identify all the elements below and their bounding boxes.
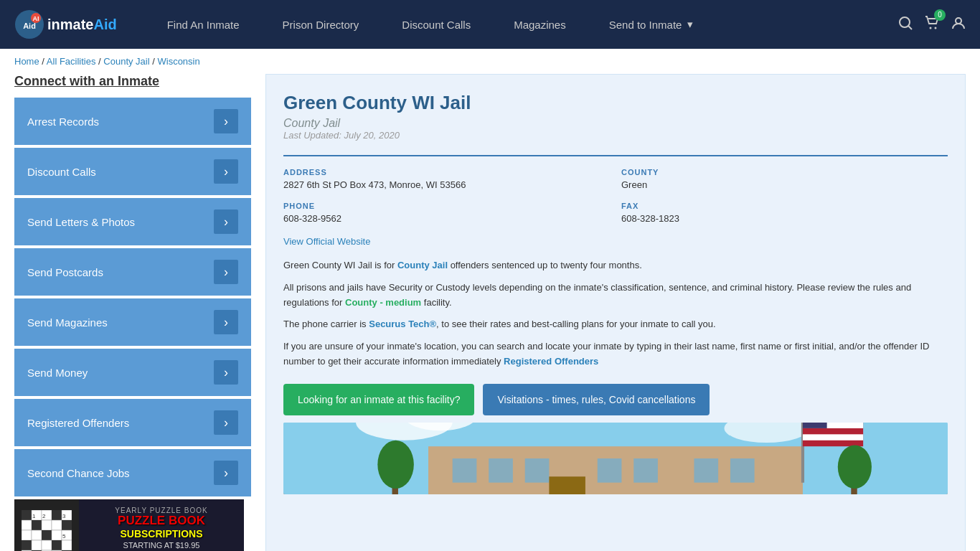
arrow-icon: › xyxy=(214,310,238,334)
fax-value: 608-328-1823 xyxy=(621,213,948,224)
visitations-button[interactable]: Visitations - times, rules, Covid cancel… xyxy=(483,384,710,415)
svg-text:4: 4 xyxy=(62,523,66,529)
main-nav: Find An Inmate Prison Directory Discount… xyxy=(146,0,898,49)
facility-info-grid: ADDRESS 2827 6th St PO Box 473, Monroe, … xyxy=(283,155,948,224)
main-content: Connect with an Inmate Arrest Records › … xyxy=(0,74,980,551)
sidebar-send-money[interactable]: Send Money › xyxy=(14,349,251,396)
svg-rect-13 xyxy=(52,510,62,520)
official-website-link[interactable]: View Official Website xyxy=(283,236,370,247)
search-icon[interactable] xyxy=(898,16,913,34)
breadcrumb: Home / All Facilities / County Jail / Wi… xyxy=(0,49,980,74)
address-value: 2827 6th St PO Box 473, Monroe, WI 53566 xyxy=(283,179,610,190)
svg-rect-15 xyxy=(22,520,32,530)
phone-value: 608-328-9562 xyxy=(283,213,610,224)
breadcrumb-home[interactable]: Home xyxy=(14,56,39,67)
address-label: ADDRESS xyxy=(283,168,610,176)
arrow-icon: › xyxy=(214,109,238,133)
logo-text: inmateAid xyxy=(47,17,117,33)
svg-rect-16 xyxy=(32,520,42,530)
nav-magazines[interactable]: Magazines xyxy=(492,0,588,49)
svg-point-6 xyxy=(930,27,932,29)
nav-send-to-inmate[interactable]: Send to Inmate ▾ xyxy=(588,0,715,49)
nav-prison-directory[interactable]: Prison Directory xyxy=(261,0,381,49)
fax-label: FAX xyxy=(621,202,948,210)
svg-rect-45 xyxy=(453,458,477,483)
svg-rect-18 xyxy=(52,520,62,530)
svg-point-61 xyxy=(377,441,414,489)
last-updated: Last Updated: July 20, 2020 xyxy=(283,130,948,141)
registered-offenders-link[interactable]: Registered Offenders xyxy=(504,356,598,367)
sidebar-registered-offenders[interactable]: Registered Offenders › xyxy=(14,399,251,446)
puzzle-icon: 1 2 3 4 5 xyxy=(22,510,72,551)
sidebar-ad[interactable]: 1 2 3 4 5 YEARLY PUZZLE BOOK PUZZLE BOOK… xyxy=(14,499,244,551)
svg-rect-47 xyxy=(525,458,550,483)
svg-text:2: 2 xyxy=(42,513,46,519)
facility-photo xyxy=(283,423,948,494)
svg-line-5 xyxy=(908,26,912,29)
arrow-icon: › xyxy=(214,461,238,485)
svg-rect-20 xyxy=(22,530,32,540)
phone-label: PHONE xyxy=(283,202,610,210)
facility-content: Green County WI Jail County Jail Last Up… xyxy=(265,74,966,551)
arrow-icon: › xyxy=(214,159,238,184)
breadcrumb-county-jail[interactable]: County Jail xyxy=(103,56,149,67)
svg-text:3: 3 xyxy=(62,513,66,519)
sidebar-arrest-records[interactable]: Arrest Records › xyxy=(14,98,251,145)
sidebar-discount-calls[interactable]: Discount Calls › xyxy=(14,148,251,195)
svg-text:5: 5 xyxy=(62,533,66,540)
svg-rect-57 xyxy=(803,434,863,440)
sidebar-send-postcards[interactable]: Send Postcards › xyxy=(14,248,251,296)
nav-discount-calls[interactable]: Discount Calls xyxy=(380,0,492,49)
breadcrumb-state[interactable]: Wisconsin xyxy=(157,56,199,67)
svg-point-4 xyxy=(900,17,910,27)
county-block: COUNTY Green xyxy=(621,168,948,190)
county-label: COUNTY xyxy=(621,168,948,176)
sidebar-send-magazines[interactable]: Send Magazines › xyxy=(14,298,251,346)
ad-puzzle-book-text: PUZZLE BOOK xyxy=(118,514,205,528)
svg-text:Aid: Aid xyxy=(23,22,36,30)
header: Aid AI inmateAid Find An Inmate Prison D… xyxy=(0,0,980,49)
svg-rect-28 xyxy=(52,540,62,550)
county-value: Green xyxy=(621,179,948,190)
sidebar-second-chance-jobs[interactable]: Second Chance Jobs › xyxy=(14,449,251,496)
county-medium-link[interactable]: County - medium xyxy=(345,297,421,308)
find-inmate-button[interactable]: Looking for an inmate at this facility? xyxy=(283,384,474,415)
svg-rect-52 xyxy=(549,476,585,494)
svg-rect-29 xyxy=(62,540,72,550)
county-jail-link[interactable]: County Jail xyxy=(397,260,448,270)
svg-point-8 xyxy=(956,18,961,24)
ad-price-text: STARTING AT $19.95 xyxy=(123,541,200,550)
svg-text:1: 1 xyxy=(32,513,36,519)
svg-rect-27 xyxy=(42,540,52,550)
description-4: If you are unsure of your inmate's locat… xyxy=(283,339,948,369)
breadcrumb-all-facilities[interactable]: All Facilities xyxy=(47,56,96,67)
svg-rect-10 xyxy=(22,510,32,520)
facility-name: Green County WI Jail xyxy=(283,92,948,114)
svg-point-63 xyxy=(838,445,872,489)
securus-link[interactable]: Securus Tech® xyxy=(369,319,436,329)
cart-icon[interactable]: 0 xyxy=(924,15,940,34)
facility-type: County Jail xyxy=(283,117,948,130)
header-icons: 0 xyxy=(898,15,966,34)
sidebar: Connect with an Inmate Arrest Records › … xyxy=(14,74,251,551)
logo-icon: Aid AI xyxy=(14,9,44,39)
svg-rect-58 xyxy=(803,423,827,428)
ad-subscriptions-text: SUBSCRIPTIONS xyxy=(120,528,202,540)
svg-rect-23 xyxy=(52,530,62,540)
svg-rect-22 xyxy=(42,530,52,540)
description-2: All prisons and jails have Security or C… xyxy=(283,281,948,311)
svg-rect-17 xyxy=(42,520,52,530)
description-3: The phone carrier is Securus Tech®, to s… xyxy=(283,317,948,332)
svg-text:AI: AI xyxy=(33,15,39,22)
arrow-icon: › xyxy=(214,260,238,284)
logo[interactable]: Aid AI inmateAid xyxy=(14,9,117,39)
user-icon[interactable] xyxy=(951,16,966,34)
svg-rect-21 xyxy=(32,530,42,540)
svg-rect-26 xyxy=(32,540,42,550)
svg-point-7 xyxy=(935,27,937,29)
fax-block: FAX 608-328-1823 xyxy=(621,202,948,224)
nav-find-inmate[interactable]: Find An Inmate xyxy=(146,0,261,49)
svg-rect-25 xyxy=(22,540,32,550)
sidebar-send-letters[interactable]: Send Letters & Photos › xyxy=(14,198,251,245)
address-block: ADDRESS 2827 6th St PO Box 473, Monroe, … xyxy=(283,168,610,190)
